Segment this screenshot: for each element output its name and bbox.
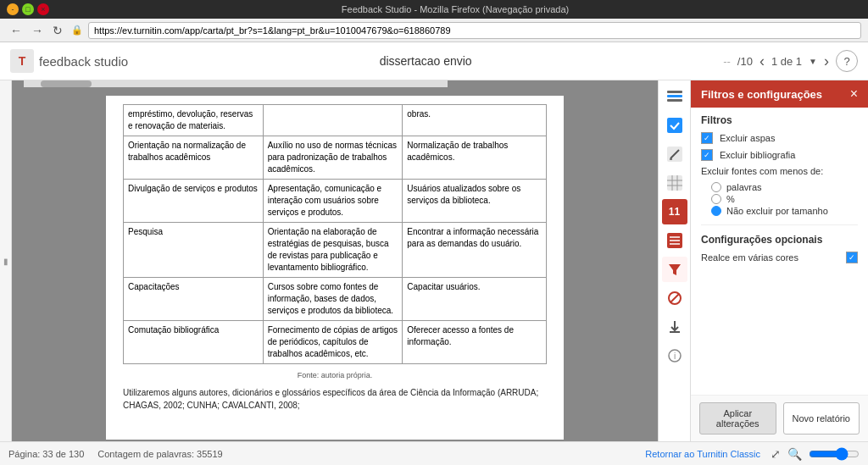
- page-label: Página: 33 de 130: [8, 449, 84, 459]
- realce-cores-row: Realce em várias cores: [691, 249, 868, 266]
- minimize-button[interactable]: -: [7, 3, 19, 15]
- bottom-bar: Página: 33 de 130 Contagem de palavras: …: [0, 441, 868, 465]
- radio-percent[interactable]: [711, 194, 721, 204]
- lines-icon: [667, 233, 682, 248]
- return-link[interactable]: Retornar ao Turnitin Classic: [645, 449, 760, 459]
- radio-nao-excluir[interactable]: [711, 206, 721, 216]
- excluir-bibliografia-checkbox[interactable]: [701, 149, 713, 161]
- svg-text:i: i: [673, 352, 675, 361]
- table-cell: Auxílio no uso de normas técnicas para p…: [263, 136, 403, 180]
- info-icon: i: [667, 348, 682, 363]
- logo-icon: T: [10, 49, 34, 73]
- next-page-button[interactable]: ›: [824, 53, 829, 70]
- realce-cores-checkbox[interactable]: [846, 252, 858, 263]
- pencil-button[interactable]: [662, 141, 687, 167]
- svg-rect-9: [667, 175, 682, 191]
- excluir-bibliografia-label: Excluir bibliografia: [720, 150, 858, 160]
- svg-rect-2: [667, 91, 682, 93]
- no-button[interactable]: [662, 285, 687, 311]
- address-input[interactable]: [88, 22, 861, 39]
- excluir-aspas-checkbox[interactable]: [701, 132, 713, 144]
- close-button[interactable]: ×: [37, 3, 49, 15]
- page-info: 1 de 1: [771, 55, 802, 68]
- table-cell: Orientação na normalização de trabalhos …: [124, 136, 264, 180]
- table-cell: Pesquisa: [124, 223, 264, 278]
- table-cell: Orientação na elaboração de estratégias …: [263, 223, 403, 278]
- excluir-bibliografia-row: Excluir bibliografia: [691, 147, 868, 163]
- radio-nao-excluir-label: Não excluir por tamanho: [726, 206, 828, 216]
- filter-button[interactable]: [662, 257, 687, 282]
- radio-palavras[interactable]: [711, 182, 721, 192]
- page-navigation: -- /10 ‹ 1 de 1 ▼ › ?: [723, 50, 858, 72]
- calendar-button[interactable]: 11: [662, 199, 687, 224]
- action-buttons: Aplicar alterações Novo relatório: [691, 395, 868, 441]
- window-controls: - □ ×: [7, 3, 49, 15]
- zoom-slider[interactable]: [809, 447, 860, 461]
- logo-area: T feedback studio: [10, 49, 128, 73]
- calendar-day: 11: [669, 207, 680, 217]
- svg-rect-3: [667, 95, 682, 97]
- table-cell: [263, 105, 403, 136]
- table-row: empréstimo, devolução, reservas e renova…: [124, 105, 547, 136]
- table-cell: Fornecimento de cópias de artigos de per…: [263, 321, 403, 364]
- main-area: ▮ empréstimo, devolução, reservas e reno…: [0, 80, 868, 441]
- excluir-aspas-row: Excluir aspas: [691, 130, 868, 147]
- window-title: Feedback Studio - Mozilla Firefox (Naveg…: [49, 4, 861, 14]
- table-source: Fonte: autoria própria.: [123, 371, 547, 379]
- help-button[interactable]: ?: [836, 50, 858, 72]
- left-sidebar[interactable]: ▮: [0, 80, 12, 441]
- filters-panel: Filtros e configurações × Filtros Exclui…: [690, 80, 868, 441]
- expand-icon[interactable]: ⤢: [771, 447, 781, 461]
- zoom-icon[interactable]: 🔍: [787, 447, 802, 461]
- table-row: Pesquisa Orientação na elaboração de est…: [124, 223, 547, 278]
- svg-rect-5: [667, 118, 682, 133]
- lock-icon: 🔒: [71, 25, 83, 36]
- refresh-button[interactable]: ↻: [49, 22, 66, 39]
- apply-button[interactable]: Aplicar alterações: [699, 402, 776, 435]
- table-cell: Apresentação, comunicação e interação co…: [263, 180, 403, 223]
- icon-sidebar: 11: [658, 80, 690, 441]
- filters-close-button[interactable]: ×: [850, 87, 858, 101]
- check-button[interactable]: [662, 113, 687, 138]
- excluir-aspas-label: Excluir aspas: [720, 133, 858, 143]
- horizontal-scrollbar[interactable]: [24, 80, 448, 87]
- page-dashes: --: [723, 55, 731, 68]
- table-cell: Cursos sobre como fontes de informação, …: [263, 278, 403, 321]
- layers-button[interactable]: [662, 84, 687, 109]
- forward-button[interactable]: →: [28, 22, 47, 39]
- address-bar: ← → ↻ 🔒: [0, 19, 868, 42]
- word-count: Contagem de palavras: 35519: [97, 449, 222, 459]
- table-cell: Usuários atualizados sobre os serviços d…: [403, 180, 547, 223]
- doc-area: empréstimo, devolução, reservas e renova…: [12, 80, 658, 441]
- info-button[interactable]: i: [662, 343, 687, 368]
- table-row: Comutação bibliográfica Fornecimento de …: [124, 321, 547, 364]
- table-row: Capacitações Cursos sobre como fontes de…: [124, 278, 547, 321]
- app-header: T feedback studio dissertacao envio -- /…: [0, 42, 868, 80]
- bottom-right: Retornar ao Turnitin Classic ⤢ 🔍: [645, 447, 860, 461]
- table-cell: Divulgação de serviços e produtos: [124, 180, 264, 223]
- new-report-button[interactable]: Novo relatório: [783, 402, 860, 435]
- download-button[interactable]: [662, 314, 687, 340]
- radio-palavras-label: palavras: [726, 182, 762, 192]
- filters-title: Filtros e configurações: [701, 88, 822, 101]
- content-table: empréstimo, devolução, reservas e renova…: [123, 104, 547, 364]
- table-row: Orientação na normalização de trabalhos …: [124, 136, 547, 180]
- table-cell: Oferecer acesso a fontes de informação.: [403, 321, 547, 364]
- layers-icon: [667, 89, 682, 104]
- excluir-fontes-label: Excluir fontes com menos de:: [701, 166, 858, 176]
- radio-percent-label: %: [726, 194, 735, 204]
- table-cell: Capacitações: [124, 278, 264, 321]
- prev-page-button[interactable]: ‹: [760, 53, 765, 70]
- doc-paragraph: Utilizaremos alguns autores, dicionários…: [123, 386, 547, 412]
- grid-button[interactable]: [662, 170, 687, 196]
- no-icon: [667, 291, 682, 306]
- size-filter-options: palavras % Não excluir por tamanho: [691, 179, 868, 221]
- table-cell: Comutação bibliográfica: [124, 321, 264, 364]
- lines-button[interactable]: [662, 228, 687, 253]
- radio-palavras-row: palavras: [711, 182, 858, 192]
- page-dropdown-icon: ▼: [809, 57, 817, 66]
- back-button[interactable]: ←: [7, 22, 25, 39]
- maximize-button[interactable]: □: [22, 3, 34, 15]
- bottom-left: Página: 33 de 130 Contagem de palavras: …: [8, 449, 223, 459]
- table-cell: empréstimo, devolução, reservas e renova…: [124, 105, 264, 136]
